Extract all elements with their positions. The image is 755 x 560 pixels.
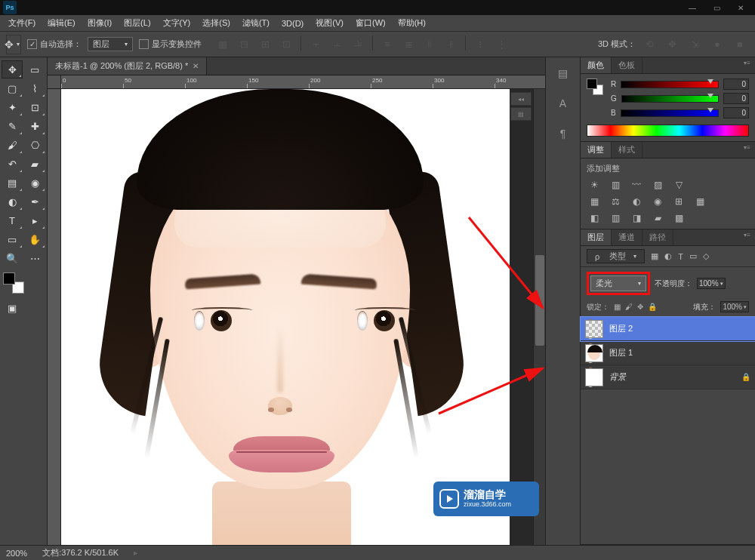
layer-thumbnail[interactable] bbox=[585, 344, 603, 362]
heal-tool[interactable]: ✚ bbox=[24, 117, 45, 135]
lock-all-icon[interactable]: 🔒 bbox=[648, 303, 657, 311]
spectrum-strip[interactable] bbox=[587, 125, 749, 137]
layer-item[interactable]: 👁 图层 2 bbox=[581, 317, 755, 341]
g-slider[interactable] bbox=[621, 95, 719, 103]
shape-tool[interactable]: ▭ bbox=[2, 230, 23, 248]
menu-window[interactable]: 窗口(W) bbox=[350, 16, 391, 30]
minimize-button[interactable]: — bbox=[681, 1, 704, 14]
layer-item[interactable]: 👁 背景 🔒 bbox=[581, 365, 755, 389]
horizontal-ruler[interactable]: 050100150200250300340 bbox=[61, 75, 545, 89]
auto-select-checkbox[interactable]: 自动选择： bbox=[27, 38, 82, 50]
panel-collapse-icon[interactable]: ◂◂ bbox=[510, 92, 532, 106]
tab-adjustments[interactable]: 调整 bbox=[581, 142, 612, 158]
tab-channels[interactable]: 通道 bbox=[612, 229, 643, 245]
document-tab[interactable]: 未标题-1 @ 200% (图层 2, RGB/8) * ✕ bbox=[48, 57, 207, 75]
hand-tool[interactable]: ✋ bbox=[24, 230, 45, 248]
move-tool[interactable]: ✥ bbox=[2, 60, 23, 78]
layer-thumbnail[interactable] bbox=[585, 320, 603, 338]
adj-selective-icon[interactable]: ▩ bbox=[671, 212, 686, 224]
adj-lookup-icon[interactable]: ▦ bbox=[692, 195, 707, 208]
eraser-tool[interactable]: ▰ bbox=[24, 155, 45, 173]
adj-curves-icon[interactable]: 〰 bbox=[629, 179, 644, 191]
panel-menu-icon[interactable]: ▾≡ bbox=[739, 142, 755, 158]
foreground-background-swatch[interactable] bbox=[3, 272, 24, 294]
menu-3d[interactable]: 3D(D) bbox=[276, 17, 309, 29]
adj-gradient-icon[interactable]: ▰ bbox=[650, 212, 665, 224]
menu-image[interactable]: 图像(I) bbox=[82, 16, 117, 30]
align-icon[interactable]: ⊞ bbox=[256, 35, 274, 54]
distribute-icon[interactable]: ⋮ bbox=[492, 35, 510, 54]
eyedropper-tool[interactable]: ✎ bbox=[2, 117, 23, 135]
type-tool[interactable]: T bbox=[2, 211, 23, 229]
adj-bw-icon[interactable]: ◐ bbox=[629, 195, 644, 208]
menu-select[interactable]: 选择(S) bbox=[197, 16, 236, 30]
adj-hue-icon[interactable]: ▦ bbox=[587, 195, 602, 208]
edit-toolbar[interactable]: ⋯ bbox=[24, 249, 45, 267]
tab-layers[interactable]: 图层 bbox=[581, 229, 612, 245]
maximize-button[interactable]: ▭ bbox=[705, 1, 728, 14]
align-icon[interactable]: ⫡ bbox=[349, 35, 367, 54]
menu-file[interactable]: 文件(F) bbox=[3, 16, 41, 30]
dock-paragraph-icon[interactable]: ¶ bbox=[552, 122, 575, 145]
fg-bg-mini-swatch[interactable] bbox=[587, 78, 603, 95]
r-value[interactable]: 0 bbox=[723, 78, 749, 90]
adj-photo-icon[interactable]: ◉ bbox=[650, 195, 665, 208]
adj-poster-icon[interactable]: ▥ bbox=[608, 212, 623, 224]
extras-icon[interactable]: ▤ bbox=[510, 107, 532, 121]
lock-transparent-icon[interactable]: ▦ bbox=[614, 303, 621, 311]
tab-color[interactable]: 颜色 bbox=[581, 57, 612, 73]
adj-invert-icon[interactable]: ◧ bbox=[587, 212, 602, 224]
3d-icon[interactable]: ⇲ bbox=[686, 35, 704, 54]
panel-menu-icon[interactable]: ▾≡ bbox=[739, 57, 755, 73]
marquee-tool[interactable]: ▢ bbox=[2, 79, 23, 97]
filter-smart-icon[interactable]: ◇ bbox=[703, 251, 709, 261]
blend-mode-select[interactable]: 柔光▾ bbox=[590, 275, 646, 291]
filter-pixel-icon[interactable]: ▦ bbox=[651, 251, 658, 261]
fill-value[interactable]: 100%▾ bbox=[720, 301, 749, 312]
history-brush-tool[interactable]: ↶ bbox=[2, 155, 23, 173]
crop-tool[interactable]: ⊡ bbox=[24, 98, 45, 116]
b-value[interactable]: 0 bbox=[723, 107, 749, 118]
menu-view[interactable]: 视图(V) bbox=[310, 16, 349, 30]
lock-position-icon[interactable]: ✥ bbox=[637, 303, 643, 311]
stamp-tool[interactable]: ⎔ bbox=[24, 136, 45, 154]
distribute-icon[interactable]: ≣ bbox=[399, 35, 418, 54]
r-slider[interactable] bbox=[621, 81, 719, 88]
move-tool-indicator[interactable]: ✥▾ bbox=[6, 35, 21, 54]
adj-exposure-icon[interactable]: ▨ bbox=[650, 179, 665, 191]
menu-type[interactable]: 文字(Y) bbox=[158, 16, 196, 30]
layer-item[interactable]: 👁 图层 1 bbox=[581, 341, 755, 365]
filter-adjust-icon[interactable]: ◐ bbox=[664, 251, 672, 261]
align-icon[interactable]: ⫟ bbox=[307, 35, 325, 54]
lock-pixels-icon[interactable]: 🖌 bbox=[625, 303, 633, 311]
tab-swatches[interactable]: 色板 bbox=[612, 57, 643, 73]
dock-char-icon[interactable]: A bbox=[552, 92, 575, 115]
menu-filter[interactable]: 滤镜(T) bbox=[237, 16, 275, 30]
blur-tool[interactable]: ◉ bbox=[24, 174, 45, 192]
zoom-tool[interactable]: 🔍 bbox=[2, 249, 23, 267]
distribute-icon[interactable]: ⫴ bbox=[421, 35, 439, 54]
panel-menu-icon[interactable]: ▾≡ bbox=[739, 229, 755, 245]
align-icon[interactable]: ⊟ bbox=[235, 35, 253, 54]
doc-info[interactable]: 文档:376.2 K/501.6K bbox=[42, 547, 119, 558]
tab-styles[interactable]: 样式 bbox=[612, 142, 643, 158]
adj-threshold-icon[interactable]: ◨ bbox=[629, 212, 644, 224]
layer-filter-select[interactable]: ρ 类型▾ bbox=[587, 249, 645, 263]
layer-name[interactable]: 图层 1 bbox=[609, 347, 633, 358]
adj-vibrance-icon[interactable]: ▽ bbox=[671, 179, 686, 191]
b-slider[interactable] bbox=[621, 109, 719, 117]
distribute-icon[interactable]: ⫶ bbox=[471, 35, 489, 54]
canvas[interactable] bbox=[61, 89, 510, 545]
show-transform-checkbox[interactable]: 显示变换控件 bbox=[139, 38, 202, 50]
distribute-icon[interactable]: ⫵ bbox=[442, 35, 460, 54]
3d-icon[interactable]: ■ bbox=[731, 35, 749, 54]
dodge-tool[interactable]: ◐ bbox=[2, 192, 23, 211]
align-icon[interactable]: ⫠ bbox=[328, 35, 346, 54]
zoom-level[interactable]: 200% bbox=[6, 549, 27, 558]
vertical-scrollbar[interactable] bbox=[533, 89, 545, 545]
3d-icon[interactable]: ● bbox=[708, 35, 726, 54]
screen-mode[interactable]: ▣ bbox=[2, 299, 23, 317]
brush-tool[interactable]: 🖌 bbox=[2, 136, 23, 154]
vertical-ruler[interactable] bbox=[48, 89, 61, 545]
align-icon[interactable]: ⊡ bbox=[277, 35, 295, 54]
